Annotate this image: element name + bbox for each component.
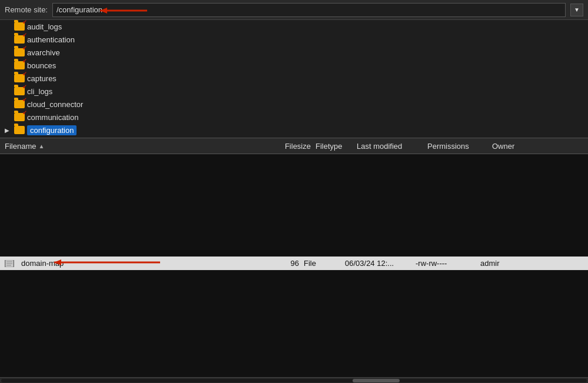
remote-site-dropdown-btn[interactable]: ▼ [570,4,583,16]
sort-arrow-filename: ▲ [38,143,44,149]
folder-icon-cloud_connector [14,100,25,108]
scrollbar-thumb[interactable] [353,379,400,382]
remote-site-label: Remote site: [5,5,48,14]
folder-icon-avarchive [14,48,25,56]
file-row-mod: 06/03/24 12:... [340,259,411,268]
table-row-domain-map[interactable]: domain-map 96 File 06/03/24 12:... -rw-r… [0,257,588,271]
file-row-filename: domain-map [5,259,258,268]
file-row-owner: admir [476,259,583,268]
file-list-area: domain-map 96 File 06/03/24 12:... -rw-r… [0,154,588,377]
table-header: Filename ▲ Filesize Filetype Last modifi… [0,138,588,154]
bottom-panel: Filename ▲ Filesize Filetype Last modifi… [0,138,588,383]
folder-icon-authentication [14,35,25,44]
folder-icon-captures [14,74,25,82]
tree-item-configuration[interactable]: ▶ configuration [0,124,588,136]
col-header-lastmod[interactable]: Last modified [352,142,423,151]
folder-icon-bounces [14,61,25,69]
tree-label-cli_logs: cli_logs [27,87,52,96]
tree-label-avarchive: avarchive [27,48,60,57]
tree-label-authentication: authentication [27,35,75,44]
expand-arrow-configuration: ▶ [5,127,12,134]
tree-label-communication: communication [27,113,78,122]
scrollbar-track [1,379,587,382]
tree-item-communication[interactable]: communication [0,111,588,124]
tree-item-cloud_connector[interactable]: cloud_connector [0,98,588,111]
tree-item-audit_logs[interactable]: audit_logs [0,20,588,33]
tree-label-captures: captures [27,74,57,83]
horizontal-scrollbar[interactable] [0,377,588,383]
tree-item-bounces[interactable]: bounces [0,59,588,72]
folder-icon-communication [14,113,25,121]
col-header-owner[interactable]: Owner [487,142,583,151]
domain-map-label: domain-map [21,259,64,268]
col-header-filetype[interactable]: Filetype [311,142,352,151]
file-icon-domain-map [5,260,14,267]
tree-item-authentication[interactable]: authentication [0,33,588,46]
tree-label-cloud_connector: cloud_connector [27,100,83,109]
empty-space-top [0,154,588,257]
remote-site-input[interactable] [52,3,566,17]
file-row-perm: -rw-rw---- [411,259,476,268]
tree-label-audit_logs: audit_logs [27,22,62,31]
remote-site-bar: Remote site: ▼ [0,0,588,20]
col-header-permissions[interactable]: Permissions [423,142,487,151]
tree-item-cli_logs[interactable]: cli_logs [0,85,588,98]
col-header-filename[interactable]: Filename ▲ [5,142,270,151]
col-header-filesize[interactable]: Filesize [270,142,311,151]
folder-icon-cli_logs [14,87,25,95]
folder-icon-configuration [14,126,25,134]
file-row-size: 96 [258,259,299,268]
file-tree: audit_logs authentication avarchive boun… [0,20,588,138]
tree-label-bounces: bounces [27,61,56,70]
tree-label-configuration: configuration [27,125,77,135]
tree-item-avarchive[interactable]: avarchive [0,46,588,59]
folder-icon-audit_logs [14,22,25,31]
file-row-type: File [299,259,340,268]
tree-item-captures[interactable]: captures [0,72,588,85]
main-container: Remote site: ▼ audit_logs authentication… [0,0,588,383]
empty-space-bottom [0,271,588,365]
